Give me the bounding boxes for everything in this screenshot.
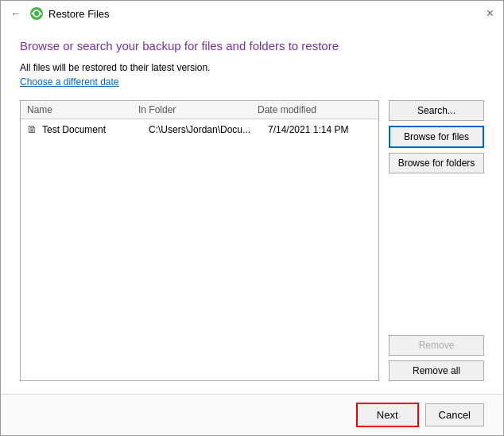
- file-folder: C:\Users\Jordan\Docu...: [149, 124, 268, 135]
- choose-date-link[interactable]: Choose a different date: [20, 76, 484, 88]
- title-bar: ← Restore Files ×: [1, 1, 503, 26]
- next-button[interactable]: Next: [356, 403, 419, 427]
- cancel-button[interactable]: Cancel: [425, 403, 484, 426]
- window-title: Restore Files: [48, 8, 110, 20]
- remove-button[interactable]: Remove: [389, 335, 484, 356]
- bottom-bar: Next Cancel: [1, 394, 503, 435]
- back-button[interactable]: ←: [7, 6, 25, 21]
- col-folder-header: In Folder: [138, 104, 258, 115]
- remove-all-button[interactable]: Remove all: [389, 360, 484, 381]
- button-spacer: [389, 178, 484, 330]
- file-list-header: Name In Folder Date modified: [21, 101, 378, 119]
- search-button[interactable]: Search...: [389, 100, 484, 121]
- table-row[interactable]: 🗎 Test Document C:\Users\Jordan\Docu... …: [21, 119, 378, 140]
- main-area: Name In Folder Date modified 🗎 Test Docu…: [20, 100, 484, 381]
- file-icon: 🗎: [27, 123, 37, 135]
- side-buttons: Search... Browse for files Browse for fo…: [389, 100, 484, 381]
- file-date: 7/14/2021 1:14 PM: [268, 124, 372, 135]
- page-heading: Browse or search your backup for files a…: [20, 39, 484, 53]
- file-name: Test Document: [42, 124, 149, 135]
- title-bar-left: ← Restore Files: [7, 6, 110, 21]
- main-content: Browse or search your backup for files a…: [1, 26, 503, 394]
- browse-folders-button[interactable]: Browse for folders: [389, 153, 484, 173]
- file-list-container: Name In Folder Date modified 🗎 Test Docu…: [20, 100, 379, 381]
- window-icon: [29, 6, 44, 21]
- col-name-header: Name: [27, 104, 138, 115]
- subtitle-text: All files will be restored to their late…: [20, 62, 484, 73]
- restore-files-window: ← Restore Files × Browse or search your …: [0, 0, 504, 436]
- close-button[interactable]: ×: [483, 7, 497, 20]
- browse-files-button[interactable]: Browse for files: [389, 126, 484, 148]
- col-date-header: Date modified: [258, 104, 372, 115]
- file-list-body[interactable]: 🗎 Test Document C:\Users\Jordan\Docu... …: [21, 119, 378, 380]
